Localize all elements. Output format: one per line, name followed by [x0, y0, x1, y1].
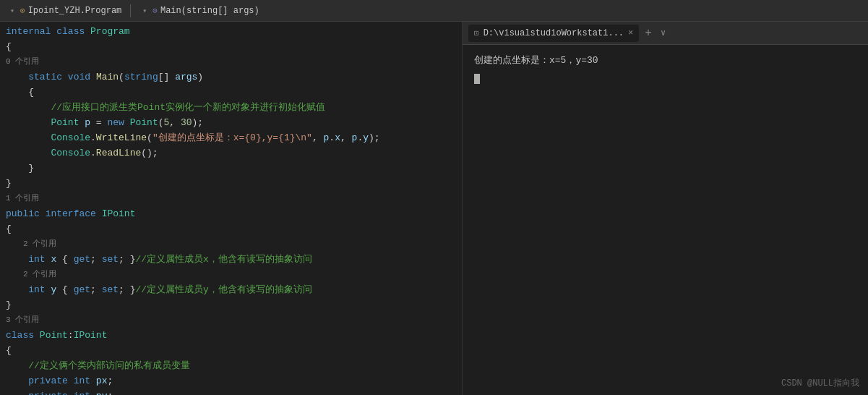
terminal-tab[interactable]: ⊡ D:\visualstudioWorkstati... ×: [468, 25, 639, 42]
code-line: }: [0, 298, 462, 313]
top-bar: ▾ ⊙ Ipoint_YZH.Program ▾ ⊙ Main(string[]…: [0, 0, 868, 22]
tab2-arrow[interactable]: ▾: [139, 7, 150, 15]
tab1-arrow[interactable]: ▾: [7, 7, 17, 15]
line-content: //应用接口的派生类Point实例化一个新的对象并进行初始化赋值: [6, 101, 456, 116]
terminal-content: 创建的点坐标是：x=5，y=30: [463, 45, 868, 395]
ref-line: 3 个引用: [0, 313, 462, 328]
line-content: int x { get; set; }//定义属性成员x，他含有读写的抽象访问: [6, 252, 456, 268]
code-line: Point p = new Point(5, 30);: [0, 116, 462, 131]
line-content: }: [6, 161, 456, 177]
code-line: {: [0, 344, 462, 359]
tab1-icon: ⊙: [20, 6, 25, 15]
line-content: {: [6, 222, 456, 237]
line-content: {: [6, 85, 456, 101]
terminal-panel: ⊡ D:\visualstudioWorkstati... × + ∨ 创建的点…: [463, 22, 868, 395]
code-line: class Point:IPoint: [0, 328, 462, 344]
line-content: //定义俩个类内部访问的私有成员变量: [6, 359, 456, 374]
code-line: int y { get; set; }//定义属性成员y，他含有读写的抽象访问: [0, 283, 462, 298]
line-content: }: [6, 177, 456, 192]
code-line: //应用接口的派生类Point实例化一个新的对象并进行初始化赋值: [0, 101, 462, 116]
terminal-add-button[interactable]: +: [642, 27, 655, 40]
tab2-label: Main(string[] args): [160, 6, 259, 16]
code-line: internal class Program: [0, 25, 462, 40]
terminal-tab-bar: ⊡ D:\visualstudioWorkstati... × + ∨: [463, 22, 868, 45]
code-lines: internal class Program { 0 个引用 static vo…: [0, 22, 462, 395]
terminal-output-text: 创建的点坐标是：x=5，y=30: [474, 55, 598, 66]
ref-line: 2 个引用: [0, 237, 462, 252]
line-content: internal class Program: [6, 25, 456, 40]
tab1-label: Ipoint_YZH.Program: [28, 6, 122, 16]
line-content: class Point:IPoint: [6, 328, 456, 344]
code-line: {: [0, 85, 462, 101]
line-content: static void Main(string[] args): [6, 70, 456, 85]
terminal-tab-icon: ⊡: [474, 28, 479, 38]
code-line: }: [0, 177, 462, 192]
code-line: int x { get; set; }//定义属性成员x，他含有读写的抽象访问: [0, 252, 462, 268]
code-line: private int py;: [0, 389, 462, 395]
line-content: int y { get; set; }//定义属性成员y，他含有读写的抽象访问: [6, 283, 456, 298]
line-content: Console.ReadLine();: [6, 146, 456, 161]
code-line: private int px;: [0, 374, 462, 389]
ref-count: 0 个引用: [6, 55, 49, 69]
ref-count: 2 个引用: [6, 237, 56, 251]
ref-line: 2 个引用: [0, 268, 462, 283]
tab-main-method[interactable]: ▾ ⊙ Main(string[] args): [132, 0, 266, 21]
code-line: }: [0, 161, 462, 177]
line-content: {: [6, 344, 456, 359]
terminal-cursor-line: [474, 72, 856, 87]
terminal-tab-label: D:\visualstudioWorkstati...: [484, 28, 624, 38]
line-content: Point p = new Point(5, 30);: [6, 116, 456, 131]
main-area: internal class Program { 0 个引用 static vo…: [0, 22, 868, 395]
code-editor[interactable]: internal class Program { 0 个引用 static vo…: [0, 22, 463, 395]
terminal-dropdown-button[interactable]: ∨: [658, 27, 669, 38]
ref-count: 3 个引用: [6, 313, 49, 327]
code-line: Console.ReadLine();: [0, 146, 462, 161]
ref-count: 1 个引用: [6, 192, 49, 205]
code-line: {: [0, 222, 462, 237]
code-line: public interface IPoint: [0, 207, 462, 222]
ref-count: 2 个引用: [6, 268, 56, 281]
line-content: Console.WriteLine("创建的点坐标是：x={0},y={1}\n…: [6, 131, 456, 146]
terminal-cursor: [474, 74, 480, 84]
code-line: //定义俩个类内部访问的私有成员变量: [0, 359, 462, 374]
code-line: {: [0, 40, 462, 55]
terminal-output: 创建的点坐标是：x=5，y=30: [474, 54, 856, 69]
line-content: public interface IPoint: [6, 207, 456, 222]
line-content: }: [6, 298, 456, 313]
terminal-tab-close[interactable]: ×: [628, 28, 633, 38]
code-line: static void Main(string[] args): [0, 70, 462, 85]
tab-ipoint-program[interactable]: ▾ ⊙ Ipoint_YZH.Program: [0, 0, 129, 21]
line-content: {: [6, 40, 456, 55]
line-content: private int py;: [6, 389, 456, 395]
ref-line: 0 个引用: [0, 55, 462, 70]
watermark-text: CSDN @NULL指向我: [781, 378, 859, 388]
ref-line: 1 个引用: [0, 192, 462, 207]
line-content: private int px;: [6, 374, 456, 389]
code-line: Console.WriteLine("创建的点坐标是：x={0},y={1}\n…: [0, 131, 462, 146]
tab2-icon: ⊙: [152, 6, 158, 15]
tab-separator: [130, 4, 131, 17]
watermark: CSDN @NULL指向我: [781, 377, 859, 389]
